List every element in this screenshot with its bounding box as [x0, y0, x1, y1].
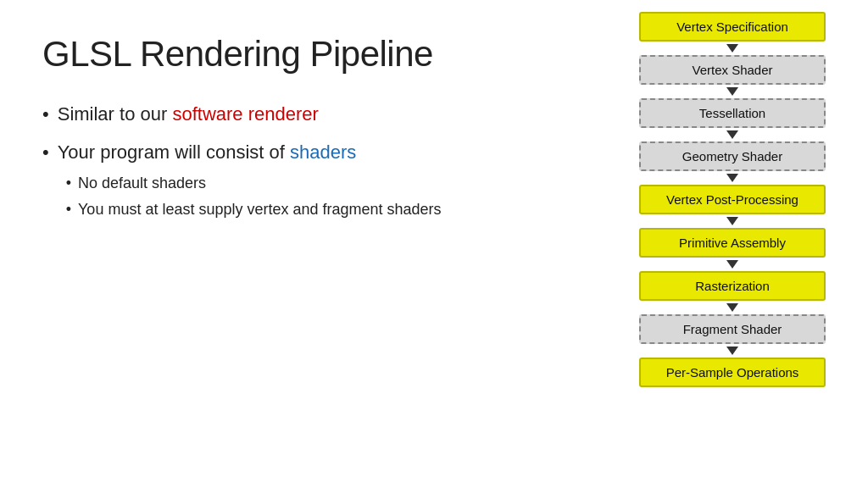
pipeline-arrow-1	[726, 87, 738, 96]
pipeline-container: Vertex SpecificationVertex ShaderTessell…	[631, 12, 834, 387]
pipeline-arrow-4	[726, 217, 738, 225]
bullet-list: • Similar to our software renderer • You…	[42, 102, 571, 220]
pipeline-box-4: Vertex Post-Processing	[639, 185, 826, 214]
slide-title: GLSL Rendering Pipeline	[42, 34, 571, 75]
bullet-text-1: Similar to our software renderer	[58, 102, 319, 128]
bullet-prefix-1: Similar to our	[58, 103, 173, 125]
pipeline-arrow-3	[726, 174, 738, 182]
left-panel: GLSL Rendering Pipeline • Similar to our…	[0, 0, 605, 488]
bullet-text-2: Your program will consist of shaders	[58, 140, 442, 166]
bullet-item-2: • Your program will consist of shaders •…	[42, 140, 571, 220]
pipeline-arrow-5	[726, 260, 738, 269]
pipeline-box-5: Primitive Assembly	[639, 228, 826, 258]
bullet-sub-list: • No default shaders • You must at least…	[66, 173, 442, 220]
bullet-item-1: • Similar to our software renderer	[42, 102, 571, 128]
pipeline-arrow-7	[726, 347, 738, 355]
pipeline-box-0: Vertex Specification	[639, 12, 826, 42]
bullet-prefix-2: Your program will consist of	[58, 141, 290, 163]
right-panel: Vertex SpecificationVertex ShaderTessell…	[605, 0, 868, 488]
pipeline-box-7: Fragment Shader	[639, 314, 826, 344]
pipeline-box-3: Geometry Shader	[639, 141, 826, 171]
sub-item-2: • You must at least supply vertex and fr…	[66, 199, 442, 220]
bullet-highlight-2: shaders	[290, 141, 356, 163]
pipeline-box-2: Tessellation	[639, 98, 826, 128]
pipeline-arrow-6	[726, 303, 738, 312]
pipeline-arrow-0	[726, 44, 738, 53]
pipeline-box-6: Rasterization	[639, 271, 826, 301]
sub-dot-2: •	[66, 199, 71, 220]
pipeline-box-8: Per-Sample Operations	[639, 358, 826, 387]
bullet-dot-2: •	[42, 140, 49, 166]
pipeline-box-1: Vertex Shader	[639, 55, 826, 85]
bullet-text-2-container: Your program will consist of shaders • N…	[58, 140, 442, 220]
bullet-highlight-1: software renderer	[172, 103, 318, 125]
sub-item-1: • No default shaders	[66, 173, 442, 194]
sub-text-1: No default shaders	[78, 173, 206, 194]
pipeline-arrow-2	[726, 130, 738, 139]
sub-dot-1: •	[66, 173, 71, 194]
bullet-dot-1: •	[42, 102, 49, 128]
sub-text-2: You must at least supply vertex and frag…	[78, 199, 442, 220]
